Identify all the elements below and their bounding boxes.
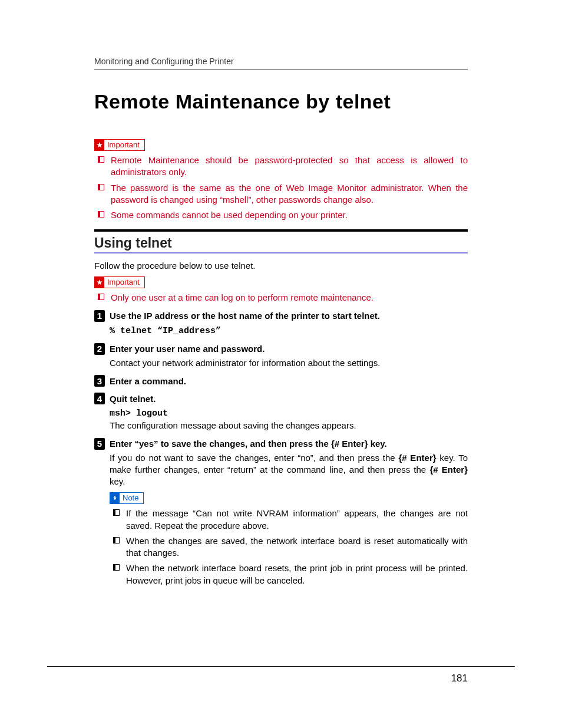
step-number-icon: 2 bbox=[94, 343, 105, 355]
important-list: Remote Maintenance should be password-pr… bbox=[94, 154, 468, 221]
step-title: Quit telnet. bbox=[110, 394, 156, 404]
step-number-icon: 1 bbox=[94, 310, 105, 322]
section-underline bbox=[94, 252, 468, 253]
important-text: Important bbox=[104, 277, 144, 288]
page-number: 181 bbox=[451, 673, 468, 684]
step-title: Use the IP address or the host name of t… bbox=[110, 311, 380, 321]
step-1: 1 Use the IP address or the host name of… bbox=[94, 310, 468, 337]
important-text: Important bbox=[104, 140, 144, 150]
note-text: Note bbox=[120, 493, 143, 503]
key-label: # Enter bbox=[433, 465, 464, 475]
keycap: {# Enter} bbox=[398, 453, 436, 463]
key-label: # Enter bbox=[335, 439, 365, 449]
keycap: {# Enter} bbox=[429, 465, 468, 475]
step-2: 2 Enter your user name and password. Con… bbox=[94, 343, 468, 369]
step-title: Enter “yes” to save the changes, and the… bbox=[110, 439, 387, 449]
text: key. bbox=[110, 476, 125, 486]
running-head: Monitoring and Configuring the Printer bbox=[94, 57, 468, 70]
bullet-icon bbox=[113, 509, 120, 516]
note-list: If the message “Can not write NVRAM info… bbox=[110, 508, 468, 587]
page-title: Remote Maintenance by telnet bbox=[94, 90, 468, 113]
step-5: 5 Enter “yes” to save the changes, and t… bbox=[94, 438, 468, 587]
step-number-icon: 4 bbox=[94, 393, 105, 404]
bullet-icon bbox=[98, 294, 104, 300]
step-title: Enter your user name and password. bbox=[110, 344, 265, 354]
bullet-icon bbox=[98, 184, 104, 190]
code-sample: msh> logout bbox=[110, 409, 168, 419]
section-divider bbox=[94, 229, 468, 232]
text: key. bbox=[368, 439, 387, 449]
section-heading: Using telnet bbox=[94, 235, 468, 251]
key-label: # Enter bbox=[402, 453, 432, 463]
step-body: If you do not want to save the changes, … bbox=[94, 452, 468, 488]
important-list: Only one user at a time can log on to pe… bbox=[94, 292, 468, 304]
note-item: If the message “Can not write NVRAM info… bbox=[110, 508, 468, 532]
list-text: Only one user at a time can log on to pe… bbox=[111, 292, 373, 302]
note-label: Note bbox=[110, 492, 144, 504]
arrow-down-icon bbox=[110, 493, 120, 503]
section-lead: Follow the procedure below to use telnet… bbox=[94, 261, 468, 271]
bullet-icon bbox=[98, 156, 104, 163]
list-text: The password is the same as the one of W… bbox=[111, 183, 468, 205]
footer-divider bbox=[47, 666, 515, 667]
text: If you do not want to save the changes, … bbox=[110, 453, 398, 463]
svg-marker-1 bbox=[97, 279, 103, 285]
step-3: 3 Enter a command. bbox=[94, 375, 468, 387]
important-item: Remote Maintenance should be password-pr… bbox=[94, 154, 468, 179]
important-label: Important bbox=[94, 139, 145, 151]
list-text: When the network interface board resets,… bbox=[126, 563, 468, 585]
important-item: The password is the same as the one of W… bbox=[94, 182, 468, 206]
star-icon bbox=[95, 140, 104, 150]
list-text: If the message “Can not write NVRAM info… bbox=[126, 508, 468, 530]
text: Enter “yes” to save the changes, and the… bbox=[110, 439, 331, 449]
code-sample: % telnet “IP_address” bbox=[110, 326, 221, 336]
step-number-icon: 3 bbox=[94, 375, 105, 387]
svg-marker-0 bbox=[97, 142, 103, 148]
star-icon bbox=[95, 277, 104, 288]
document-page: Monitoring and Configuring the Printer R… bbox=[0, 0, 562, 728]
bullet-icon bbox=[113, 564, 120, 571]
bullet-icon bbox=[113, 537, 120, 543]
note-item: When the network interface board resets,… bbox=[110, 562, 468, 587]
important-item: Some commands cannot be used depending o… bbox=[94, 209, 468, 221]
important-item: Only one user at a time can log on to pe… bbox=[94, 292, 468, 304]
step-4: 4 Quit telnet. msh> logout The configura… bbox=[94, 393, 468, 432]
list-text: Remote Maintenance should be password-pr… bbox=[111, 155, 468, 177]
keycap: {# Enter} bbox=[331, 439, 368, 449]
list-text: Some commands cannot be used depending o… bbox=[111, 210, 348, 220]
step-number-icon: 5 bbox=[94, 438, 105, 450]
step-body: Contact your network administrator for i… bbox=[94, 357, 468, 369]
list-text: When the changes are saved, the network … bbox=[126, 536, 468, 558]
important-label: Important bbox=[94, 276, 145, 288]
bullet-icon bbox=[98, 211, 104, 218]
step-title: Enter a command. bbox=[110, 376, 186, 386]
note-item: When the changes are saved, the network … bbox=[110, 535, 468, 559]
step-body: The configuration message about saving t… bbox=[94, 420, 468, 431]
